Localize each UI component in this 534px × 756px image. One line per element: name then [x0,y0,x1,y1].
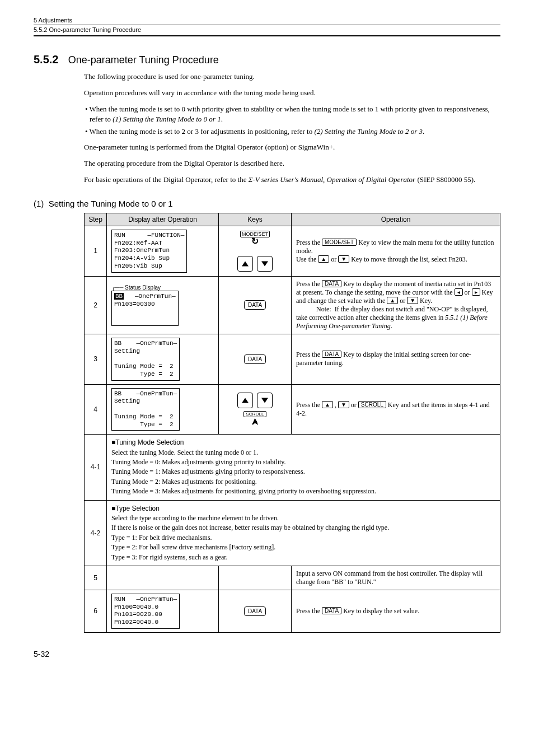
th-step: Step [85,213,107,226]
step-num: 6 [85,590,107,632]
bullet-2: • When the tuning mode is set to 2 or 3 … [85,127,500,137]
down-key-icon [257,256,273,272]
operation-cell: Press the DATA Key to display the initia… [292,334,500,384]
section-header: 5.5.2 One-parameter Tuning Procedure [34,26,500,36]
operation-cell: Press the DATA Key to display the moment… [292,276,500,334]
step-num: 4-1 [85,435,107,500]
step-num: 2 [85,276,107,334]
intro-p4: The operating procedure from the Digital… [84,158,500,169]
table-row: 4-2 ■Type Selection Select the type acco… [85,500,500,566]
data-inline-icon: DATA [322,280,341,287]
status-display-label: ┌── Status Display [111,284,214,291]
note: Note: If the display does not switch and… [296,305,488,330]
step-num: 1 [85,226,107,276]
operation-cell: Press the DATA Key to display the set va… [292,590,500,632]
down-key-icon [257,393,273,408]
display-cell: RUN —OnePrmTun— Pn100=0040.0 Pn101=0020.… [107,590,219,632]
up-inline-icon: ▲ [322,401,333,408]
display-cell: RUN —FUNCTION— Fn202:Ref-AAT Fn203:OnePr… [107,226,219,276]
down-inline-icon: ▼ [338,401,349,408]
intro-p3: One-parameter tuning is performed from t… [84,142,500,153]
keys-cell: SCROLL ⮝ [219,384,292,435]
section-title: 5.5.2 One-parameter Tuning Procedure [34,53,500,66]
bullet-1: • When the tuning mode is set to 0 with … [85,104,500,124]
operation-cell: Press the ▲ , ▼ or SCROLL Key and set th… [292,384,500,435]
display-cell: ┌── Status Display BB —OnePrmTun— Pn103=… [107,276,219,334]
data-key-icon: DATA [244,354,266,364]
keys-cell: DATA [219,590,292,632]
operation-cell: Input a servo ON command from the host c… [292,566,500,590]
modeset-key-icon: MODE/SET ↻ [240,230,270,246]
table-row: 1 RUN —FUNCTION— Fn202:Ref-AAT Fn203:One… [85,226,500,276]
data-key-icon: DATA [244,606,266,616]
modeset-inline-icon: MODE/SET [322,239,357,246]
intro-p2: Operation procedures will vary in accord… [84,88,500,99]
down-inline-icon: ▼ [407,297,418,304]
procedure-table: Step Display after Operation Keys Operat… [84,213,500,633]
up-key-icon [237,393,253,408]
page-number: 5-32 [34,650,500,659]
subsection-heading: (1) Setting the Tuning Mode to 0 or 1 [34,199,500,208]
data-key-icon: DATA [244,300,266,310]
lcd-display: BB —OnePrmTun— Setting Tuning Mode = 2 T… [114,340,177,379]
data-inline-icon: DATA [322,607,341,614]
intro-p1: The following procedure is used for one-… [84,72,500,82]
section-heading: One-parameter Tuning Procedure [68,54,219,66]
data-inline-icon: DATA [322,351,341,358]
step-num: 4 [85,384,107,435]
lcd-display: RUN —FUNCTION— Fn202:Ref-AAT Fn203:OnePr… [114,232,184,270]
table-row: 4-1 ■Tuning Mode Selection Select the tu… [85,435,500,500]
keys-cell: DATA [219,334,292,384]
keys-cell: DATA [219,276,292,334]
display-cell [107,566,219,590]
tuning-mode-selection: ■Tuning Mode Selection Select the tuning… [107,435,500,500]
section-number: 5.5.2 [34,53,58,66]
scroll-key-icon: SCROLL [243,411,266,417]
step-num: 4-2 [85,500,107,566]
display-cell: BB —OnePrmTun— Setting Tuning Mode = 2 T… [107,334,219,384]
scroll-arrow-icon: ⮝ [251,418,259,426]
right-inline-icon: ▸ [472,288,480,296]
table-row: 4 BB —OnePrmTun— Setting Tuning Mode = 2… [85,384,500,435]
table-row: 3 BB —OnePrmTun— Setting Tuning Mode = 2… [85,334,500,384]
keys-cell [219,566,292,590]
scroll-inline-icon: SCROLL [358,401,386,408]
down-inline-icon: ▼ [338,255,349,263]
table-row: 2 ┌── Status Display BB —OnePrmTun— Pn10… [85,276,500,334]
intro-p5: For basic operations of the Digital Oper… [84,175,500,185]
th-operation: Operation [292,213,500,226]
th-keys: Keys [219,213,292,226]
up-key-icon [237,256,253,272]
step-num: 3 [85,334,107,384]
table-row: 5 Input a servo ON command from the host… [85,566,500,590]
step-num: 5 [85,566,107,590]
table-row: 6 RUN —OnePrmTun— Pn100=0040.0 Pn101=002… [85,590,500,632]
th-display: Display after Operation [107,213,219,226]
display-cell: BB —OnePrmTun— Setting Tuning Mode = 2 T… [107,384,219,435]
operation-cell: Press the MODE/SET Key to view the main … [292,226,500,276]
lcd-display: RUN —OnePrmTun— Pn100=0040.0 Pn101=0020.… [114,596,177,627]
chapter-header: 5 Adjustments [34,17,500,25]
lcd-display: BB —OnePrmTun— Setting Tuning Mode = 2 T… [114,390,177,429]
up-inline-icon: ▲ [318,255,329,263]
type-selection: ■Type Selection Select the type accordin… [107,500,500,566]
left-inline-icon: ◂ [455,288,463,296]
up-inline-icon: ▲ [387,297,398,304]
keys-cell: MODE/SET ↻ [219,226,292,276]
lcd-display: BB —OnePrmTun— Pn103=00300 [114,293,176,324]
